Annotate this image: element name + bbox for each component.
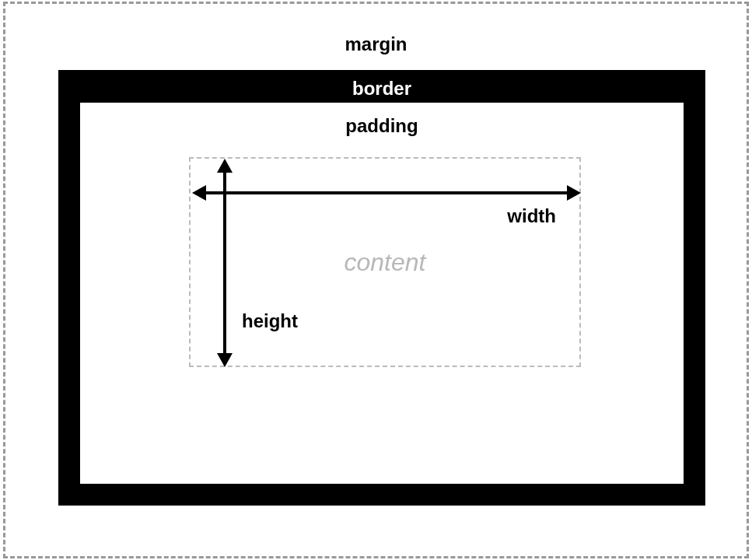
height-label: height	[242, 310, 298, 332]
arrow-down-icon	[217, 353, 233, 367]
border-box: border padding content width	[58, 70, 705, 506]
margin-label: margin	[345, 33, 407, 55]
padding-box: padding content width height	[80, 103, 684, 484]
content-box: content width height	[189, 157, 581, 367]
width-arrow-line	[203, 191, 570, 194]
height-arrow-line	[223, 170, 226, 356]
width-label: width	[507, 205, 556, 227]
margin-box: margin border padding content width	[3, 2, 749, 558]
width-arrow	[195, 191, 578, 194]
height-arrow	[223, 162, 226, 364]
border-label: border	[352, 78, 411, 100]
arrow-right-icon	[567, 185, 581, 201]
content-label: content	[345, 248, 426, 277]
padding-label: padding	[345, 115, 418, 137]
